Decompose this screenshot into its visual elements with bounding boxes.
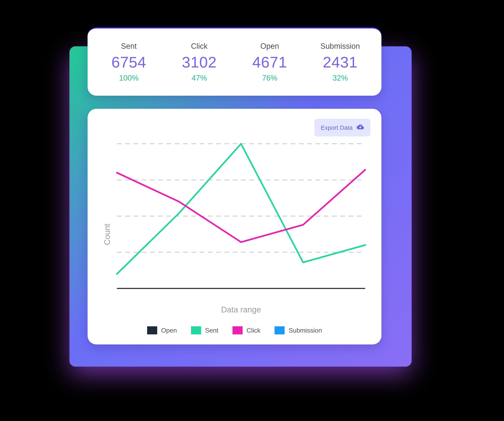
legend-item-submission: Submission — [275, 326, 322, 334]
y-axis-label: Count — [99, 138, 112, 314]
stat-label: Click — [191, 42, 208, 51]
legend: Open Sent Click Submission — [99, 314, 370, 334]
legend-item-click: Click — [233, 326, 260, 334]
x-axis-label: Data range — [112, 299, 370, 314]
stat-label: Submission — [320, 42, 360, 51]
stat-pct: 47% — [192, 74, 207, 82]
legend-label: Sent — [205, 327, 218, 334]
legend-label: Click — [246, 327, 260, 334]
stat-label: Sent — [121, 42, 137, 51]
export-data-button[interactable]: Export Data — [314, 119, 370, 136]
stat-value: 2431 — [323, 53, 357, 71]
stat-pct: 32% — [332, 74, 348, 82]
chart-card: Export Data Count Data range Open Sent C… — [88, 109, 381, 344]
legend-label: Submission — [289, 327, 322, 334]
cloud-download-icon — [357, 123, 364, 132]
legend-swatch — [233, 326, 243, 334]
legend-item-open: Open — [147, 326, 177, 334]
legend-label: Open — [161, 327, 177, 334]
stat-click: Click 3102 47% — [164, 42, 234, 82]
stat-sent: Sent 6754 100% — [94, 42, 164, 82]
plot — [112, 138, 370, 299]
stats-card: Sent 6754 100% Click 3102 47% Open 4671 … — [88, 27, 381, 96]
stat-open: Open 4671 76% — [234, 42, 305, 82]
chart-area: Count Data range — [99, 138, 370, 314]
stat-submission: Submission 2431 32% — [305, 42, 375, 82]
stat-label: Open — [260, 42, 279, 51]
legend-swatch — [147, 326, 157, 334]
stat-pct: 76% — [262, 74, 277, 82]
chart-toolbar: Export Data — [99, 119, 370, 136]
stat-value: 6754 — [111, 53, 146, 71]
plot-wrap: Data range — [112, 138, 370, 314]
stat-value: 3102 — [182, 53, 216, 71]
stat-value: 4671 — [252, 53, 287, 71]
legend-swatch — [275, 326, 285, 334]
legend-item-sent: Sent — [191, 326, 218, 334]
legend-swatch — [191, 326, 201, 334]
export-data-label: Export Data — [321, 124, 353, 131]
stat-pct: 100% — [119, 74, 138, 82]
plot-svg — [112, 138, 370, 299]
